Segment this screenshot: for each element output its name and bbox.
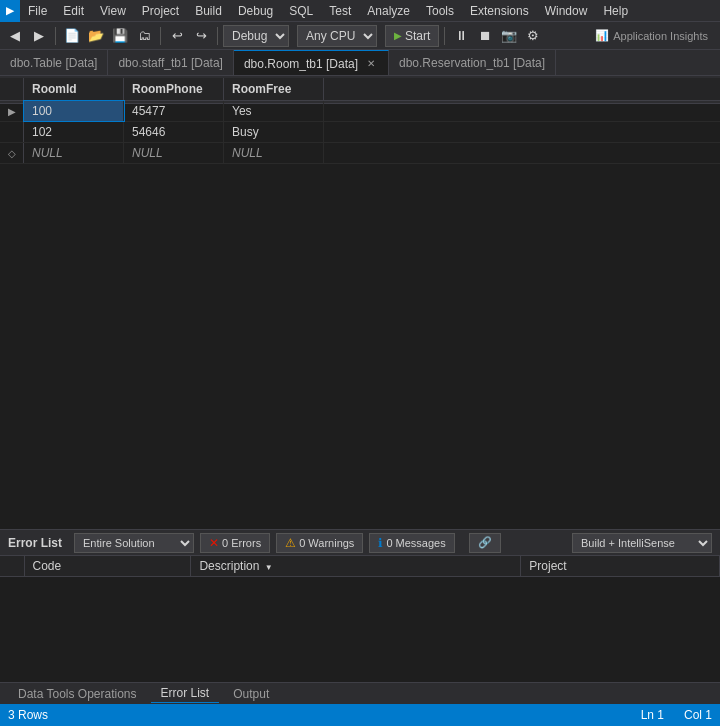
- cell-roomphone-3[interactable]: NULL: [124, 143, 224, 163]
- tab-staff-label: dbo.staff_tb1 [Data]: [118, 56, 223, 70]
- rows-count: 3 Rows: [8, 708, 48, 722]
- build-filter-extra[interactable]: 🔗: [469, 533, 501, 553]
- menu-project[interactable]: Project: [134, 0, 187, 22]
- error-filter-dropdown[interactable]: Entire Solution Current Document Current…: [74, 533, 194, 553]
- menu-view[interactable]: View: [92, 0, 134, 22]
- cell-roomfree-2[interactable]: Busy: [224, 122, 324, 142]
- row-indicator-1: ▶: [0, 101, 24, 121]
- cell-roomphone-1[interactable]: 45477: [124, 101, 224, 121]
- tab-error-list[interactable]: Error List: [151, 684, 220, 703]
- data-grid-area: RoomId RoomPhone RoomFree ▶ 100 45477 Ye…: [0, 78, 720, 458]
- cell-roomid-3[interactable]: NULL: [24, 143, 124, 163]
- table-row[interactable]: 102 54646 Busy: [0, 122, 720, 143]
- cell-roomfree-1[interactable]: Yes: [224, 101, 324, 121]
- undo-btn[interactable]: ↩: [166, 25, 188, 47]
- menu-sql[interactable]: SQL: [281, 0, 321, 22]
- start-button[interactable]: ▶ Start: [385, 25, 439, 47]
- warnings-label: 0 Warnings: [299, 537, 354, 549]
- menu-edit[interactable]: Edit: [55, 0, 92, 22]
- col-project-header[interactable]: Project: [521, 556, 720, 577]
- col-indicator: Col 1: [684, 708, 712, 722]
- menu-help[interactable]: Help: [595, 0, 636, 22]
- settings-btn[interactable]: ⚙: [522, 25, 544, 47]
- tab-reservation-label: dbo.Reservation_tb1 [Data]: [399, 56, 545, 70]
- col-code-header[interactable]: Code: [24, 556, 191, 577]
- menu-build[interactable]: Build: [187, 0, 230, 22]
- cpu-dropdown[interactable]: Any CPU: [297, 25, 377, 47]
- tab-room-close[interactable]: ✕: [364, 57, 378, 71]
- col-description-header[interactable]: Description ▼: [191, 556, 521, 577]
- tab-data-tools[interactable]: Data Tools Operations: [8, 685, 147, 703]
- errors-label: 0 Errors: [222, 537, 261, 549]
- cell-roomfree-3[interactable]: NULL: [224, 143, 324, 163]
- tab-room[interactable]: dbo.Room_tb1 [Data] ✕: [234, 50, 389, 76]
- grid-header: RoomId RoomPhone RoomFree: [0, 78, 720, 101]
- col-icon-header: [0, 556, 24, 577]
- save-btn[interactable]: 💾: [109, 25, 131, 47]
- app-logo: ▶: [0, 0, 20, 22]
- sep4: [444, 27, 445, 45]
- tab-table-label: dbo.Table [Data]: [10, 56, 97, 70]
- error-table: Code Description ▼ Project: [0, 556, 720, 577]
- col-roomid: RoomId: [24, 78, 124, 100]
- app-insights-label: Application Insights: [613, 30, 708, 42]
- sort-arrow: ▼: [265, 563, 273, 572]
- cell-roomid-2[interactable]: 102: [24, 122, 124, 142]
- menu-window[interactable]: Window: [537, 0, 596, 22]
- build-filter-dropdown[interactable]: Build + IntelliSense: [572, 533, 712, 553]
- open-btn[interactable]: 📂: [85, 25, 107, 47]
- tab-table[interactable]: dbo.Table [Data]: [0, 50, 108, 76]
- menu-analyze[interactable]: Analyze: [359, 0, 418, 22]
- camera-btn[interactable]: 📷: [498, 25, 520, 47]
- filter-extra-icon: 🔗: [478, 536, 492, 549]
- error-table-header-row: Code Description ▼ Project: [0, 556, 720, 577]
- menu-bar: ▶ File Edit View Project Build Debug SQL…: [0, 0, 720, 22]
- stop-btn[interactable]: ⏹: [474, 25, 496, 47]
- menu-extensions[interactable]: Extensions: [462, 0, 537, 22]
- redo-btn[interactable]: ↪: [190, 25, 212, 47]
- cell-roomid-1[interactable]: 100: [24, 101, 124, 121]
- tabs-bar: dbo.Table [Data] dbo.staff_tb1 [Data] db…: [0, 50, 720, 76]
- error-list-title: Error List: [8, 536, 62, 550]
- error-icon: ✕: [209, 536, 219, 550]
- menu-test[interactable]: Test: [321, 0, 359, 22]
- warnings-button[interactable]: ⚠ 0 Warnings: [276, 533, 363, 553]
- debug-dropdown[interactable]: Debug: [223, 25, 289, 47]
- col-roomfree: RoomFree: [224, 78, 324, 100]
- sep2: [160, 27, 161, 45]
- messages-label: 0 Messages: [386, 537, 445, 549]
- rows-count-bar: 3 Rows Ln 1 Col 1: [0, 704, 720, 726]
- save-all-btn[interactable]: 🗂: [133, 25, 155, 47]
- row-indicator-2: [0, 122, 24, 142]
- errors-button[interactable]: ✕ 0 Errors: [200, 533, 270, 553]
- app-insights-icon: 📊: [595, 29, 609, 42]
- menu-debug[interactable]: Debug: [230, 0, 281, 22]
- tab-reservation[interactable]: dbo.Reservation_tb1 [Data]: [389, 50, 556, 76]
- new-btn[interactable]: 📄: [61, 25, 83, 47]
- tab-output[interactable]: Output: [223, 685, 279, 703]
- table-row[interactable]: ◇ NULL NULL NULL: [0, 143, 720, 164]
- table-row[interactable]: ▶ 100 45477 Yes: [0, 101, 720, 122]
- error-list-header: Error List Entire Solution Current Docum…: [0, 530, 720, 556]
- row-indicator-3: ◇: [0, 143, 24, 163]
- sep1: [55, 27, 56, 45]
- back-btn[interactable]: ◀: [4, 25, 26, 47]
- ln-indicator: Ln 1: [641, 708, 664, 722]
- col-roomphone: RoomPhone: [124, 78, 224, 100]
- bottom-tabs-bar: Data Tools Operations Error List Output: [0, 682, 720, 704]
- app-insights: 📊 Application Insights: [595, 29, 716, 42]
- main-toolbar: ◀ ▶ 📄 📂 💾 🗂 ↩ ↪ Debug Any CPU ▶ Start ⏸ …: [0, 22, 720, 50]
- tab-room-label: dbo.Room_tb1 [Data]: [244, 57, 358, 71]
- error-list-panel: Error List Entire Solution Current Docum…: [0, 529, 720, 704]
- sep3: [217, 27, 218, 45]
- row-indicator-header: [0, 78, 24, 100]
- pause-btn[interactable]: ⏸: [450, 25, 472, 47]
- messages-button[interactable]: ℹ 0 Messages: [369, 533, 454, 553]
- menu-file[interactable]: File: [20, 0, 55, 22]
- info-icon: ℹ: [378, 536, 383, 550]
- tab-staff[interactable]: dbo.staff_tb1 [Data]: [108, 50, 234, 76]
- menu-tools[interactable]: Tools: [418, 0, 462, 22]
- forward-btn[interactable]: ▶: [28, 25, 50, 47]
- warning-icon: ⚠: [285, 536, 296, 550]
- cell-roomphone-2[interactable]: 54646: [124, 122, 224, 142]
